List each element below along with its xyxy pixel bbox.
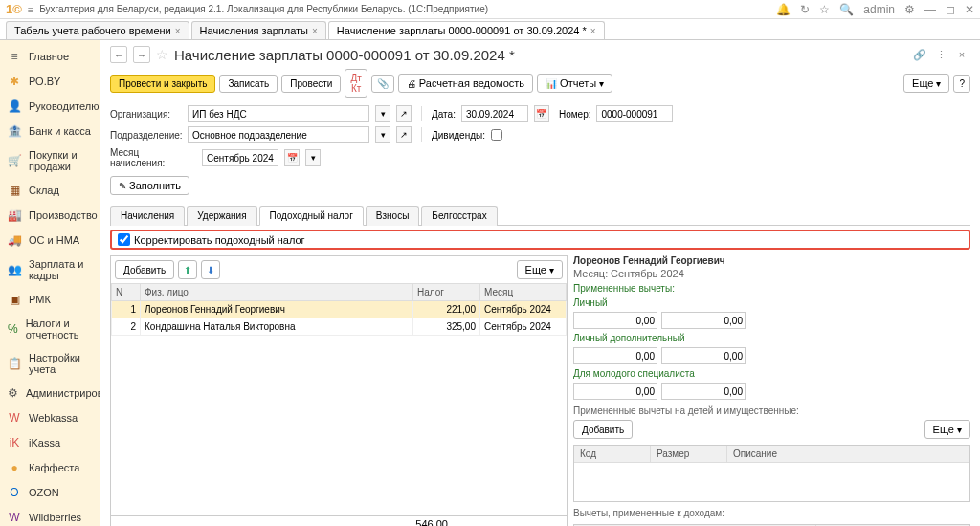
add-row-button[interactable]: Добавить xyxy=(115,260,174,279)
sidebar-item[interactable]: 🚚ОС и НМА xyxy=(0,228,100,252)
personal-2[interactable] xyxy=(661,312,746,329)
movements-button[interactable]: ДтКт xyxy=(345,69,367,98)
nav-fwd-button[interactable]: → xyxy=(133,46,150,63)
sidebar-item[interactable]: ⚙Администрирование xyxy=(0,381,100,405)
dividends-checkbox[interactable] xyxy=(491,129,502,141)
dropdown-icon[interactable]: ▾ xyxy=(375,126,390,143)
sidebar-item[interactable]: ≡Главное xyxy=(0,44,100,69)
detail-add-button[interactable]: Добавить xyxy=(573,420,633,439)
total-value: 546,00 xyxy=(415,518,448,526)
calendar-icon[interactable]: 📅 xyxy=(284,149,300,166)
dropdown-icon[interactable]: ▾ xyxy=(305,149,321,166)
young-2[interactable] xyxy=(661,383,746,400)
correct-tax-highlight: Корректировать подоходный налог xyxy=(110,230,970,250)
post-button[interactable]: Провести xyxy=(281,75,341,93)
correct-tax-label: Корректировать подоходный налог xyxy=(134,234,305,246)
close-icon[interactable]: × xyxy=(953,46,970,63)
star-icon[interactable]: ☆ xyxy=(819,3,830,16)
sidebar-item[interactable]: 🏭Производство xyxy=(0,203,100,228)
num-label: Номер: xyxy=(559,109,591,120)
subtab[interactable]: Удержания xyxy=(187,206,256,226)
subtabs: НачисленияУдержанияПодоходный налогВзнос… xyxy=(110,205,970,226)
detail-person: Лореонов Геннадий Георгиевич xyxy=(573,255,970,266)
sidebar-item[interactable]: 🏦Банк и касса xyxy=(0,119,100,143)
subtab[interactable]: Подоходный налог xyxy=(259,206,364,226)
sidebar: ≡Главное✱РО.BY👤Руководителю🏦Банк и касса… xyxy=(0,40,100,526)
subtab[interactable]: Начисления xyxy=(110,206,185,226)
link-icon[interactable]: 🔗 xyxy=(911,46,928,63)
dept-input[interactable] xyxy=(188,126,369,143)
more-button[interactable]: Еще ▾ xyxy=(903,74,949,93)
calendar-icon[interactable]: 📅 xyxy=(534,105,549,122)
payroll-sheet-button[interactable]: 🖨 Расчетная ведомость xyxy=(398,74,533,93)
sidebar-item[interactable]: 🛒Покупки и продажи xyxy=(0,143,100,178)
sidebar-item[interactable]: ▦Склад xyxy=(0,178,100,203)
post-close-button[interactable]: Провести и закрыть xyxy=(110,75,215,93)
tab-timesheet[interactable]: Табель учета рабочего времени× xyxy=(6,21,189,39)
month-input[interactable] xyxy=(202,149,278,166)
month-label: Месяц начисления: xyxy=(110,147,196,168)
tab-payroll-doc[interactable]: Начисление зарплаты 0000-000091 от 30.09… xyxy=(328,21,605,39)
sidebar-item[interactable]: WWebkassa xyxy=(0,405,100,430)
subtab[interactable]: Взносы xyxy=(366,206,420,226)
sidebar-item[interactable]: 👤Руководителю xyxy=(0,94,100,119)
date-input[interactable] xyxy=(461,105,528,122)
favorite-icon[interactable]: ☆ xyxy=(156,47,168,62)
close-icon[interactable]: × xyxy=(175,26,181,36)
maximize-icon[interactable]: ◻ xyxy=(946,3,955,16)
menu-icon[interactable]: ⋮ xyxy=(932,46,949,63)
sidebar-item[interactable]: 📋Настройки учета xyxy=(0,346,100,381)
menu-icon[interactable]: ≡ xyxy=(28,4,33,15)
org-input[interactable] xyxy=(188,105,369,122)
date-label: Дата: xyxy=(432,109,456,120)
tab-payroll-list[interactable]: Начисления зарплаты× xyxy=(191,21,326,39)
sidebar-item[interactable]: 👥Зарплата и кадры xyxy=(0,252,100,287)
sidebar-item[interactable]: WWildberries xyxy=(0,505,100,526)
sidebar-item[interactable]: ▣РМК xyxy=(0,287,100,312)
app-logo: 1© xyxy=(6,2,22,16)
dropdown-icon[interactable]: ▾ xyxy=(375,105,390,122)
table-row[interactable]: 2Кондрашина Наталья Викторовна325,00Сент… xyxy=(112,318,567,336)
pextra-2[interactable] xyxy=(661,347,746,364)
search-icon[interactable]: 🔍 xyxy=(839,3,854,16)
app-title: Бухгалтерия для Беларуси, редакция 2.1. … xyxy=(39,4,770,14)
children-table[interactable]: КодРазмерОписание xyxy=(573,445,970,502)
sidebar-item[interactable]: ✱РО.BY xyxy=(0,69,100,94)
close-icon[interactable]: × xyxy=(590,26,596,36)
num-input[interactable] xyxy=(596,105,673,122)
personal-1[interactable] xyxy=(573,312,657,329)
nav-back-button[interactable]: ← xyxy=(110,46,127,63)
document-tabs: Табель учета рабочего времени× Начислени… xyxy=(0,19,980,40)
tax-table[interactable]: N Физ. лицо Налог Месяц 1Лореонов Геннад… xyxy=(111,283,567,515)
sidebar-item[interactable]: ●Каффеста xyxy=(0,455,100,480)
minimize-icon[interactable]: — xyxy=(924,3,936,16)
attach-button[interactable]: 📎 xyxy=(371,75,394,93)
sidebar-item[interactable]: %Налоги и отчетность xyxy=(0,312,100,346)
reports-button[interactable]: 📊 Отчеты ▾ xyxy=(537,74,612,93)
detail-more-button[interactable]: Еще ▾ xyxy=(924,420,970,439)
open-icon[interactable]: ↗ xyxy=(396,126,412,143)
move-down-button[interactable]: ⬇ xyxy=(201,260,220,279)
subtab[interactable]: Белгосстрах xyxy=(421,206,497,226)
history-icon[interactable]: ↻ xyxy=(800,3,810,16)
org-label: Организация: xyxy=(110,109,182,120)
help-button[interactable]: ? xyxy=(953,75,970,93)
pextra-1[interactable] xyxy=(573,347,657,364)
move-up-button[interactable]: ⬆ xyxy=(178,260,197,279)
table-row[interactable]: 1Лореонов Геннадий Георгиевич221,00Сентя… xyxy=(112,301,567,318)
close-icon[interactable]: ✕ xyxy=(965,3,974,16)
correct-tax-checkbox[interactable] xyxy=(118,233,130,246)
close-icon[interactable]: × xyxy=(312,26,318,36)
deductions-title: Примененные вычеты: xyxy=(573,283,970,294)
fill-button[interactable]: ✎ Заполнить xyxy=(110,176,189,195)
sidebar-item[interactable]: iKiKassa xyxy=(0,430,100,455)
young-1[interactable] xyxy=(573,383,657,400)
table-more-button[interactable]: Еще ▾ xyxy=(517,260,563,279)
sidebar-item[interactable]: OOZON xyxy=(0,480,100,505)
user-label: admin xyxy=(863,3,895,16)
settings-icon[interactable]: ⚙ xyxy=(904,3,915,16)
write-button[interactable]: Записать xyxy=(219,75,278,93)
document-title: Начисление зарплаты 0000-000091 от 30.09… xyxy=(174,47,515,63)
bell-icon[interactable]: 🔔 xyxy=(776,3,791,16)
open-icon[interactable]: ↗ xyxy=(396,105,412,122)
